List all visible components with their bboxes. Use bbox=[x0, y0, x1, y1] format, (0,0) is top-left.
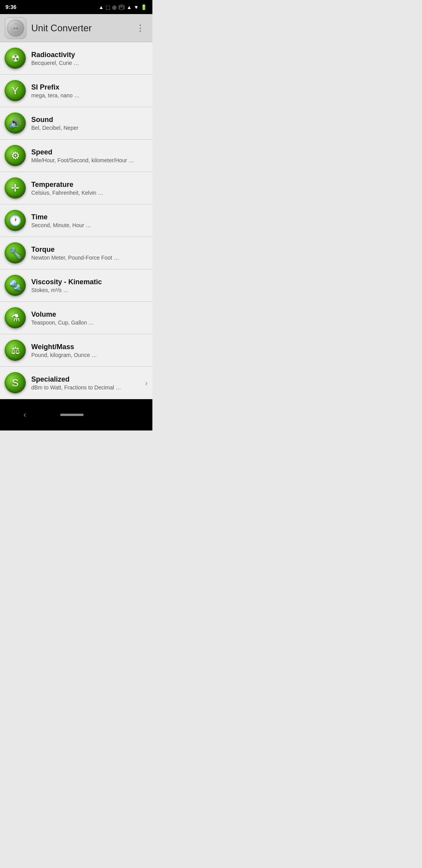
app-icon: ↔ bbox=[5, 17, 27, 39]
item-text-si-prefix: SI Prefix mega, tera, nano … bbox=[31, 83, 148, 99]
list-item-time[interactable]: 🕐 Time Second, Minute, Hour … bbox=[0, 204, 152, 237]
back-button[interactable]: ‹ bbox=[23, 410, 26, 420]
item-subtitle-specialized: dBm to Watt, Fractions to Decimal … bbox=[31, 384, 142, 391]
chevron-icon-specialized: › bbox=[145, 378, 148, 387]
icon-volume: ⚗ bbox=[5, 307, 26, 328]
vibrate-icon: 📳 bbox=[118, 4, 125, 10]
item-subtitle-si-prefix: mega, tera, nano … bbox=[31, 92, 148, 99]
item-title-weight-mass: Weight/Mass bbox=[31, 343, 148, 351]
circle-icon: ◎ bbox=[112, 4, 116, 10]
list-item-temperature[interactable]: ✛ Temperature Celsius, Fahrenheit, Kelvi… bbox=[0, 172, 152, 204]
item-text-viscosity-kinematic: Viscosity - Kinematic Stokes, m²/s … bbox=[31, 278, 148, 293]
home-indicator bbox=[60, 414, 84, 416]
icon-symbol-viscosity-kinematic: 🔩 bbox=[9, 280, 21, 292]
list-item-torque[interactable]: 🔧 Torque Newton Meter, Pound-Force Foot … bbox=[0, 237, 152, 269]
item-title-time: Time bbox=[31, 213, 148, 221]
app-title: Unit Converter bbox=[31, 23, 133, 34]
icon-symbol-specialized: S bbox=[12, 377, 18, 389]
item-text-torque: Torque Newton Meter, Pound-Force Foot … bbox=[31, 246, 148, 261]
item-subtitle-time: Second, Minute, Hour … bbox=[31, 222, 148, 228]
icon-radioactivity: ☢ bbox=[5, 48, 26, 69]
item-subtitle-temperature: Celsius, Fahrenheit, Kelvin … bbox=[31, 190, 148, 196]
item-subtitle-torque: Newton Meter, Pound-Force Foot … bbox=[31, 255, 148, 261]
icon-symbol-volume: ⚗ bbox=[11, 312, 20, 324]
item-text-temperature: Temperature Celsius, Fahrenheit, Kelvin … bbox=[31, 181, 148, 196]
status-bar: 9:36 ▲ ⬚ ◎ 📳 ▲ ▼ 🔋 bbox=[0, 0, 152, 14]
list-item-weight-mass[interactable]: ⚖ Weight/Mass Pound, kilogram, Ounce … bbox=[0, 334, 152, 367]
list-item-radioactivity[interactable]: ☢ Radioactivity Becquerel, Curie … bbox=[0, 42, 152, 75]
icon-weight-mass: ⚖ bbox=[5, 340, 26, 361]
item-text-weight-mass: Weight/Mass Pound, kilogram, Ounce … bbox=[31, 343, 148, 358]
wifi-icon: ▼ bbox=[134, 4, 139, 10]
list-item-viscosity-kinematic[interactable]: 🔩 Viscosity - Kinematic Stokes, m²/s … bbox=[0, 269, 152, 302]
item-title-radioactivity: Radioactivity bbox=[31, 51, 148, 59]
icon-symbol-time: 🕐 bbox=[9, 215, 21, 227]
icon-symbol-torque: 🔧 bbox=[9, 247, 21, 259]
item-title-sound: Sound bbox=[31, 116, 148, 124]
battery-icon: 🔋 bbox=[141, 4, 147, 10]
item-title-torque: Torque bbox=[31, 246, 148, 254]
item-title-si-prefix: SI Prefix bbox=[31, 83, 148, 91]
item-title-speed: Speed bbox=[31, 148, 148, 156]
item-subtitle-radioactivity: Becquerel, Curie … bbox=[31, 60, 148, 66]
item-text-radioactivity: Radioactivity Becquerel, Curie … bbox=[31, 51, 148, 66]
icon-time: 🕐 bbox=[5, 210, 26, 231]
status-time: 9:36 bbox=[5, 4, 16, 10]
icon-si-prefix: Y bbox=[5, 80, 26, 101]
drive-icon: ▲ bbox=[98, 4, 104, 10]
list-item-sound[interactable]: 🔊 Sound Bel, Decibel, Neper bbox=[0, 107, 152, 140]
item-subtitle-viscosity-kinematic: Stokes, m²/s … bbox=[31, 287, 148, 293]
icon-viscosity-kinematic: 🔩 bbox=[5, 275, 26, 296]
nav-bar: ‹ bbox=[0, 399, 152, 430]
item-subtitle-volume: Teaspoon, Cup, Gallon … bbox=[31, 319, 148, 326]
list-item-si-prefix[interactable]: Y SI Prefix mega, tera, nano … bbox=[0, 75, 152, 107]
icon-sound: 🔊 bbox=[5, 113, 26, 134]
list-item-speed[interactable]: ⚙ Speed Mile/Hour, Foot/Second, kilomete… bbox=[0, 140, 152, 172]
icon-symbol-sound: 🔊 bbox=[9, 117, 21, 129]
icon-specialized: S bbox=[5, 372, 26, 393]
item-title-temperature: Temperature bbox=[31, 181, 148, 189]
item-text-volume: Volume Teaspoon, Cup, Gallon … bbox=[31, 310, 148, 326]
item-subtitle-speed: Mile/Hour, Foot/Second, kilometer/Hour … bbox=[31, 157, 148, 163]
icon-torque: 🔧 bbox=[5, 242, 26, 264]
item-title-volume: Volume bbox=[31, 310, 148, 319]
icon-speed: ⚙ bbox=[5, 145, 26, 166]
item-subtitle-weight-mass: Pound, kilogram, Ounce … bbox=[31, 352, 148, 358]
item-title-viscosity-kinematic: Viscosity - Kinematic bbox=[31, 278, 148, 286]
item-text-sound: Sound Bel, Decibel, Neper bbox=[31, 116, 148, 131]
signal-icon: ▲ bbox=[127, 4, 132, 10]
menu-button[interactable]: ⋮ bbox=[133, 22, 148, 35]
icon-symbol-temperature: ✛ bbox=[11, 182, 20, 194]
app-bar: ↔ Unit Converter ⋮ bbox=[0, 14, 152, 42]
item-text-specialized: Specialized dBm to Watt, Fractions to De… bbox=[31, 375, 142, 391]
list-item-specialized[interactable]: S Specialized dBm to Watt, Fractions to … bbox=[0, 367, 152, 399]
icon-symbol-speed: ⚙ bbox=[11, 150, 20, 162]
item-title-specialized: Specialized bbox=[31, 375, 142, 384]
icon-symbol-radioactivity: ☢ bbox=[11, 52, 20, 65]
svg-text:↔: ↔ bbox=[12, 23, 20, 32]
list-item-volume[interactable]: ⚗ Volume Teaspoon, Cup, Gallon … bbox=[0, 302, 152, 334]
icon-temperature: ✛ bbox=[5, 178, 26, 199]
item-subtitle-sound: Bel, Decibel, Neper bbox=[31, 125, 148, 131]
item-text-time: Time Second, Minute, Hour … bbox=[31, 213, 148, 228]
icon-symbol-si-prefix: Y bbox=[12, 85, 18, 97]
icon-symbol-weight-mass: ⚖ bbox=[11, 344, 20, 357]
category-list: ☢ Radioactivity Becquerel, Curie … Y SI … bbox=[0, 42, 152, 399]
item-text-speed: Speed Mile/Hour, Foot/Second, kilometer/… bbox=[31, 148, 148, 163]
status-icons: ▲ ⬚ ◎ 📳 ▲ ▼ 🔋 bbox=[98, 4, 147, 10]
sync-icon: ⬚ bbox=[106, 4, 110, 10]
